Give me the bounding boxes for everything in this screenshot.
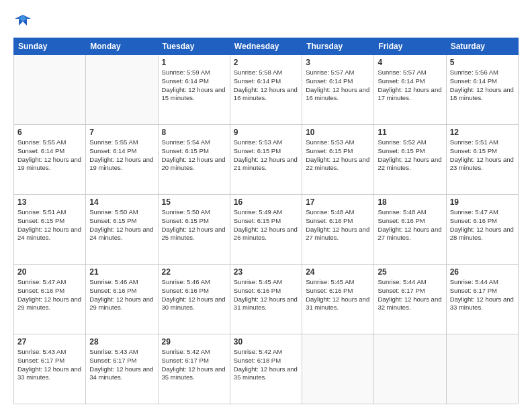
calendar-cell: 24Sunrise: 5:45 AM Sunset: 6:16 PM Dayli…	[302, 265, 374, 334]
calendar-week-2: 6Sunrise: 5:55 AM Sunset: 6:14 PM Daylig…	[14, 125, 519, 195]
day-number: 23	[234, 267, 298, 277]
day-info: Sunrise: 5:54 AM Sunset: 6:15 PM Dayligh…	[162, 138, 226, 173]
day-info: Sunrise: 5:52 AM Sunset: 6:15 PM Dayligh…	[378, 138, 442, 173]
calendar-cell: 22Sunrise: 5:46 AM Sunset: 6:16 PM Dayli…	[158, 265, 230, 334]
calendar-cell: 4Sunrise: 5:57 AM Sunset: 6:14 PM Daylig…	[374, 55, 446, 125]
calendar-cell: 30Sunrise: 5:42 AM Sunset: 6:18 PM Dayli…	[230, 334, 302, 404]
day-number: 9	[234, 128, 298, 137]
calendar-cell: 11Sunrise: 5:52 AM Sunset: 6:15 PM Dayli…	[374, 125, 446, 195]
day-number: 17	[306, 197, 370, 207]
day-number: 3	[306, 58, 370, 67]
day-number: 14	[89, 197, 154, 207]
calendar-week-1: 1Sunrise: 5:59 AM Sunset: 6:14 PM Daylig…	[14, 55, 519, 125]
day-number: 10	[306, 128, 370, 137]
calendar-week-5: 27Sunrise: 5:43 AM Sunset: 6:17 PM Dayli…	[14, 334, 519, 404]
calendar-cell	[14, 55, 86, 125]
calendar-cell: 12Sunrise: 5:51 AM Sunset: 6:15 PM Dayli…	[446, 125, 518, 195]
day-info: Sunrise: 5:49 AM Sunset: 6:15 PM Dayligh…	[234, 208, 298, 242]
calendar-cell: 13Sunrise: 5:51 AM Sunset: 6:15 PM Dayli…	[14, 195, 86, 265]
day-number: 15	[162, 197, 226, 207]
calendar-cell: 28Sunrise: 5:43 AM Sunset: 6:17 PM Dayli…	[86, 334, 158, 404]
day-number: 5	[450, 58, 515, 67]
calendar-cell: 6Sunrise: 5:55 AM Sunset: 6:14 PM Daylig…	[14, 125, 86, 195]
calendar-cell: 3Sunrise: 5:57 AM Sunset: 6:14 PM Daylig…	[302, 55, 374, 125]
day-number: 7	[89, 128, 154, 137]
weekday-wednesday: Wednesday	[230, 38, 302, 55]
day-number: 1	[162, 58, 226, 67]
weekday-friday: Friday	[374, 38, 446, 55]
day-number: 12	[450, 128, 515, 137]
calendar-cell: 9Sunrise: 5:53 AM Sunset: 6:15 PM Daylig…	[230, 125, 302, 195]
calendar-cell: 23Sunrise: 5:45 AM Sunset: 6:16 PM Dayli…	[230, 265, 302, 334]
day-number: 24	[306, 267, 370, 277]
calendar-cell: 17Sunrise: 5:48 AM Sunset: 6:16 PM Dayli…	[302, 195, 374, 265]
day-number: 30	[234, 337, 298, 347]
day-number: 8	[162, 128, 226, 137]
day-info: Sunrise: 5:44 AM Sunset: 6:17 PM Dayligh…	[450, 278, 515, 312]
day-info: Sunrise: 5:50 AM Sunset: 6:15 PM Dayligh…	[162, 208, 226, 242]
day-number: 6	[17, 128, 82, 137]
day-number: 4	[378, 58, 442, 67]
logo	[13, 12, 35, 31]
day-number: 29	[162, 337, 226, 347]
calendar-cell	[86, 55, 158, 125]
day-info: Sunrise: 5:53 AM Sunset: 6:15 PM Dayligh…	[306, 138, 370, 173]
day-number: 21	[89, 267, 154, 277]
day-number: 22	[162, 267, 226, 277]
day-number: 13	[17, 197, 82, 207]
day-info: Sunrise: 5:51 AM Sunset: 6:15 PM Dayligh…	[450, 138, 515, 173]
calendar-week-4: 20Sunrise: 5:47 AM Sunset: 6:16 PM Dayli…	[14, 265, 519, 334]
day-number: 2	[234, 58, 298, 67]
day-info: Sunrise: 5:57 AM Sunset: 6:14 PM Dayligh…	[378, 68, 442, 103]
day-info: Sunrise: 5:42 AM Sunset: 6:18 PM Dayligh…	[234, 348, 298, 382]
calendar-table: SundayMondayTuesdayWednesdayThursdayFrid…	[13, 38, 519, 404]
calendar-cell: 25Sunrise: 5:44 AM Sunset: 6:17 PM Dayli…	[374, 265, 446, 334]
calendar-cell: 27Sunrise: 5:43 AM Sunset: 6:17 PM Dayli…	[14, 334, 86, 404]
calendar-cell: 2Sunrise: 5:58 AM Sunset: 6:14 PM Daylig…	[230, 55, 302, 125]
calendar-cell: 20Sunrise: 5:47 AM Sunset: 6:16 PM Dayli…	[14, 265, 86, 334]
day-info: Sunrise: 5:48 AM Sunset: 6:16 PM Dayligh…	[378, 208, 442, 242]
day-info: Sunrise: 5:45 AM Sunset: 6:16 PM Dayligh…	[234, 278, 298, 312]
day-number: 27	[17, 337, 82, 347]
weekday-saturday: Saturday	[446, 38, 518, 55]
day-info: Sunrise: 5:46 AM Sunset: 6:16 PM Dayligh…	[89, 278, 154, 312]
day-info: Sunrise: 5:48 AM Sunset: 6:16 PM Dayligh…	[306, 208, 370, 242]
header	[13, 12, 519, 31]
calendar-cell: 21Sunrise: 5:46 AM Sunset: 6:16 PM Dayli…	[86, 265, 158, 334]
calendar-cell: 29Sunrise: 5:42 AM Sunset: 6:17 PM Dayli…	[158, 334, 230, 404]
calendar-cell: 15Sunrise: 5:50 AM Sunset: 6:15 PM Dayli…	[158, 195, 230, 265]
day-info: Sunrise: 5:47 AM Sunset: 6:16 PM Dayligh…	[17, 278, 82, 312]
calendar-cell	[302, 334, 374, 404]
calendar-cell: 8Sunrise: 5:54 AM Sunset: 6:15 PM Daylig…	[158, 125, 230, 195]
day-number: 25	[378, 267, 442, 277]
day-info: Sunrise: 5:45 AM Sunset: 6:16 PM Dayligh…	[306, 278, 370, 312]
day-info: Sunrise: 5:46 AM Sunset: 6:16 PM Dayligh…	[162, 278, 226, 312]
day-info: Sunrise: 5:57 AM Sunset: 6:14 PM Dayligh…	[306, 68, 370, 103]
logo-icon	[13, 12, 32, 31]
day-info: Sunrise: 5:55 AM Sunset: 6:14 PM Dayligh…	[89, 138, 154, 173]
calendar-cell	[374, 334, 446, 404]
day-number: 20	[17, 267, 82, 277]
calendar-cell: 1Sunrise: 5:59 AM Sunset: 6:14 PM Daylig…	[158, 55, 230, 125]
day-info: Sunrise: 5:58 AM Sunset: 6:14 PM Dayligh…	[234, 68, 298, 103]
calendar-cell: 10Sunrise: 5:53 AM Sunset: 6:15 PM Dayli…	[302, 125, 374, 195]
day-info: Sunrise: 5:43 AM Sunset: 6:17 PM Dayligh…	[17, 348, 82, 382]
day-number: 16	[234, 197, 298, 207]
calendar-page: SundayMondayTuesdayWednesdayThursdayFrid…	[0, 0, 532, 411]
day-number: 19	[450, 197, 515, 207]
day-info: Sunrise: 5:50 AM Sunset: 6:15 PM Dayligh…	[89, 208, 154, 242]
day-number: 18	[378, 197, 442, 207]
day-number: 28	[89, 337, 154, 347]
weekday-sunday: Sunday	[14, 38, 86, 55]
day-number: 26	[450, 267, 515, 277]
calendar-week-3: 13Sunrise: 5:51 AM Sunset: 6:15 PM Dayli…	[14, 195, 519, 265]
day-info: Sunrise: 5:53 AM Sunset: 6:15 PM Dayligh…	[234, 138, 298, 173]
calendar-cell: 5Sunrise: 5:56 AM Sunset: 6:14 PM Daylig…	[446, 55, 518, 125]
calendar-cell: 18Sunrise: 5:48 AM Sunset: 6:16 PM Dayli…	[374, 195, 446, 265]
calendar-cell: 7Sunrise: 5:55 AM Sunset: 6:14 PM Daylig…	[86, 125, 158, 195]
day-info: Sunrise: 5:59 AM Sunset: 6:14 PM Dayligh…	[162, 68, 226, 103]
calendar-cell	[446, 334, 518, 404]
day-info: Sunrise: 5:56 AM Sunset: 6:14 PM Dayligh…	[450, 68, 515, 103]
calendar-cell: 16Sunrise: 5:49 AM Sunset: 6:15 PM Dayli…	[230, 195, 302, 265]
day-info: Sunrise: 5:43 AM Sunset: 6:17 PM Dayligh…	[89, 348, 154, 382]
